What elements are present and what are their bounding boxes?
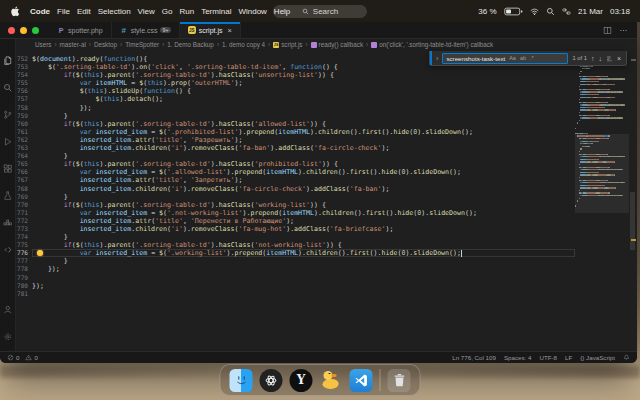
next-match-button[interactable]: ↓ — [598, 55, 602, 62]
line-number[interactable]: 779 — [16, 274, 32, 282]
menu-window[interactable]: Window — [238, 7, 266, 16]
breadcrumb-item[interactable]: 1. demo copy 4 — [222, 41, 265, 48]
activity-extensions-button[interactable] — [3, 159, 13, 177]
line-number[interactable]: 773 — [16, 225, 32, 233]
line-number[interactable]: 760 — [16, 120, 32, 128]
line-number[interactable]: 768 — [16, 185, 32, 193]
line-number[interactable]: 752 — [16, 55, 32, 63]
breadcrumb-item[interactable]: 1. Demo Backup — [167, 41, 214, 48]
notifications-button[interactable] — [623, 354, 630, 361]
line-number[interactable]: 763 — [16, 144, 32, 152]
activity-run-debug-button[interactable] — [3, 132, 13, 150]
dock-y-icon[interactable]: Y — [290, 369, 313, 392]
breadcrumb-item[interactable]: TimeSpotter — [125, 41, 159, 48]
line-number[interactable]: 771 — [16, 209, 32, 217]
settings-button[interactable] — [3, 327, 13, 345]
wifi-icon[interactable] — [530, 7, 539, 16]
breadcrumb-item[interactable]: Desktop — [94, 41, 117, 48]
previous-match-button[interactable]: ↑ — [591, 55, 595, 62]
battery-icon[interactable] — [504, 7, 524, 16]
dock-finder-icon[interactable] — [230, 369, 253, 392]
breadcrumb-item[interactable]: ready() callback — [311, 41, 363, 48]
lightbulb-icon[interactable] — [37, 250, 43, 256]
line-number[interactable]: 769 — [16, 193, 32, 201]
whole-word-toggle[interactable]: ab — [520, 55, 526, 61]
line-number[interactable]: 767 — [16, 176, 32, 184]
scrollbar-thumb[interactable] — [630, 192, 635, 250]
indentation-status[interactable]: Spaces: 4 — [504, 354, 532, 361]
activity-testing-button[interactable] — [3, 186, 13, 204]
dock-cyberduck-icon[interactable] — [320, 369, 343, 392]
find-in-selection-button[interactable] — [606, 55, 613, 62]
line-number[interactable]: 757 — [16, 95, 32, 103]
menu-view[interactable]: View — [138, 7, 155, 16]
line-number[interactable]: 761 — [16, 128, 32, 136]
menu-go[interactable]: Go — [162, 7, 173, 16]
dock-vscode-icon[interactable] — [350, 369, 373, 392]
problems-indicator[interactable]: 00 — [7, 354, 38, 361]
eol-status[interactable]: LF — [565, 354, 572, 361]
editor[interactable]: 752$(document).ready(function(){753 $('.… — [16, 50, 637, 351]
minimize-window-button[interactable] — [20, 27, 27, 34]
menu-selection[interactable]: Selection — [98, 7, 131, 16]
search-icon[interactable] — [546, 7, 555, 16]
menubar-search[interactable]: Search — [273, 5, 367, 18]
menu-file[interactable]: File — [57, 7, 70, 16]
close-find-button[interactable]: × — [617, 55, 621, 62]
line-number[interactable]: 753 — [16, 63, 32, 71]
minimap[interactable] — [575, 50, 629, 351]
menu-code[interactable]: Code — [30, 7, 50, 16]
tab-script.js[interactable]: JSscript.js× — [180, 22, 241, 38]
line-number[interactable]: 764 — [16, 152, 32, 160]
line-number[interactable]: 780 — [16, 282, 32, 290]
activity-explorer-button[interactable] — [3, 51, 13, 69]
activity-source-control-button[interactable] — [3, 105, 13, 123]
line-number[interactable]: 775 — [16, 241, 32, 249]
close-window-button[interactable] — [8, 27, 15, 34]
language-status[interactable]: {} JavaScript — [580, 354, 615, 361]
line-number[interactable]: 774 — [16, 233, 32, 241]
line-number[interactable]: 758 — [16, 104, 32, 112]
match-case-toggle[interactable]: Aa — [509, 55, 516, 61]
activity-docker-button[interactable] — [3, 213, 13, 231]
line-number[interactable]: 776 — [16, 249, 32, 257]
find-input[interactable]: screenshots-task-text Aa ab .* — [442, 53, 568, 64]
zoom-window-button[interactable] — [32, 27, 39, 34]
menu-edit[interactable]: Edit — [77, 7, 91, 16]
breadcrumb-item[interactable]: on('click', '.sorting-table-td-item') ca… — [371, 41, 493, 48]
editor-scrollbar[interactable] — [629, 50, 637, 351]
line-number[interactable]: 766 — [16, 168, 32, 176]
cursor-position-status[interactable]: Ln 776, Col 109 — [452, 354, 496, 361]
line-number[interactable]: 759 — [16, 112, 32, 120]
split-editor-icon[interactable] — [603, 26, 612, 35]
breadcrumb-item[interactable]: Users — [35, 41, 51, 48]
menubar-time[interactable]: 03:18 — [610, 7, 630, 16]
tab-spotter.php[interactable]: Pspotter.php — [49, 22, 112, 38]
activity-remote-button[interactable] — [3, 240, 13, 258]
apple-menu[interactable] — [10, 6, 21, 17]
line-number[interactable]: 777 — [16, 257, 32, 265]
line-number[interactable]: 778 — [16, 265, 32, 273]
line-number[interactable]: 781 — [16, 290, 32, 298]
control-center-icon[interactable] — [562, 7, 571, 16]
line-number[interactable]: 772 — [16, 217, 32, 225]
encoding-status[interactable]: UTF-8 — [539, 354, 557, 361]
code-area[interactable]: 752$(document).ready(function(){753 $('.… — [16, 50, 575, 351]
activity-search-button[interactable] — [3, 78, 13, 96]
close-tab-icon[interactable]: × — [228, 26, 232, 35]
line-number[interactable]: 770 — [16, 201, 32, 209]
line-number[interactable]: 765 — [16, 160, 32, 168]
breadcrumb-item[interactable]: master-al — [60, 41, 86, 48]
menubar-date[interactable]: 21 Mar — [578, 7, 603, 16]
more-actions-icon[interactable] — [619, 26, 628, 35]
account-button[interactable] — [3, 300, 13, 318]
line-number[interactable]: 754 — [16, 71, 32, 79]
breadcrumb-item[interactable]: JSscript.js — [273, 41, 302, 48]
menu-run[interactable]: Run — [179, 7, 194, 16]
menu-terminal[interactable]: Terminal — [201, 7, 231, 16]
line-number[interactable]: 755 — [16, 79, 32, 87]
line-number[interactable]: 756 — [16, 87, 32, 95]
line-number[interactable]: 762 — [16, 136, 32, 144]
dock-trash-icon[interactable] — [388, 369, 411, 392]
toggle-replace-icon[interactable]: › — [436, 55, 438, 62]
